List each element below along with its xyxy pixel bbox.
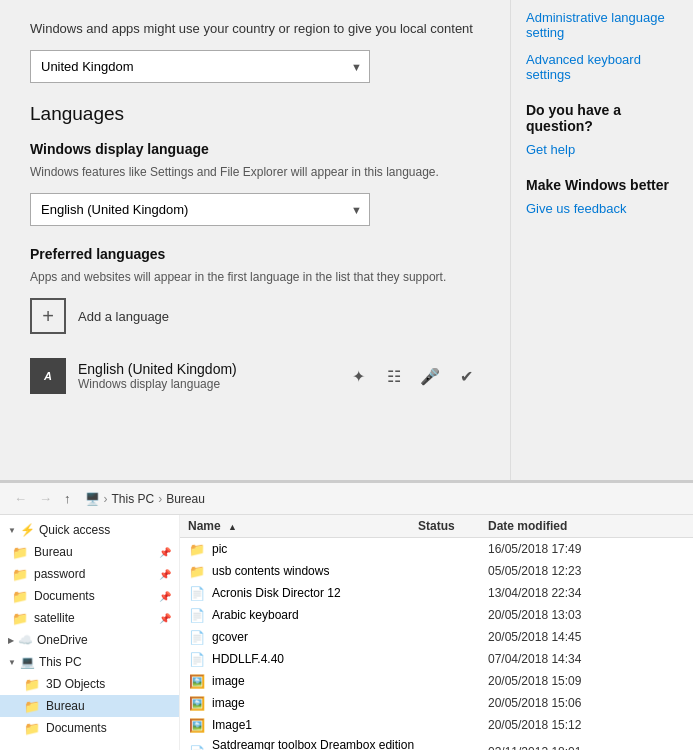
table-row[interactable]: 🖼️ image 20/05/2018 15:09 [180, 670, 693, 692]
display-language-dropdown-container: English (United Kingdom) ▼ [30, 193, 370, 226]
breadcrumb-this-pc[interactable]: This PC [112, 492, 155, 506]
file-type-icon: 📄 [188, 606, 206, 624]
quick-access-group[interactable]: ▼ ⚡ Quick access [0, 519, 179, 541]
column-name[interactable]: Name ▲ [188, 519, 418, 533]
file-name-cell: 📁 pic [188, 540, 418, 558]
file-name-cell: 📄 gcover [188, 628, 418, 646]
country-dropdown[interactable]: United Kingdom [30, 50, 370, 83]
sidebar-label: Documents [34, 589, 95, 603]
language-icon: A [30, 358, 66, 394]
quick-access-arrow: ▼ [8, 526, 16, 535]
onedrive-group[interactable]: ▶ ☁️ OneDrive [0, 629, 179, 651]
sidebar-label: Bureau [34, 545, 73, 559]
sort-indicator: ▲ [228, 522, 237, 532]
file-type-icon: 📄 [188, 650, 206, 668]
sidebar-label: satellite [34, 611, 75, 625]
lang-speech-button[interactable]: 🎤 [416, 362, 444, 390]
sidebar-item-password[interactable]: 📁 password 📌 [0, 563, 179, 585]
table-row[interactable]: 📄 Satdreamgr toolbox Dreambox edition v6… [180, 736, 693, 750]
sidebar-item-satellite[interactable]: 📁 satellite 📌 [0, 607, 179, 629]
file-name-cell: 📄 HDDLLF.4.40 [188, 650, 418, 668]
settings-left: Windows and apps might use your country … [0, 0, 510, 480]
file-date: 20/05/2018 15:12 [488, 718, 685, 732]
file-date: 20/05/2018 14:45 [488, 630, 685, 644]
file-date: 07/04/2018 14:34 [488, 652, 685, 666]
sidebar-item-documents-main[interactable]: 📁 Documents [0, 717, 179, 739]
file-name-cell: 📄 Satdreamgr toolbox Dreambox edition v6 [188, 738, 418, 750]
column-date[interactable]: Date modified [488, 519, 685, 533]
folder-icon: 📁 [12, 588, 28, 604]
display-language-dropdown[interactable]: English (United Kingdom) [30, 193, 370, 226]
this-pc-group[interactable]: ▼ 💻 This PC [0, 651, 179, 673]
preferred-title: Preferred languages [30, 246, 480, 262]
back-button[interactable]: ← [8, 489, 33, 508]
question-title: Do you have a question? [526, 102, 678, 134]
breadcrumb-icon: 🖥️ [85, 492, 100, 506]
lang-keyboard-button[interactable]: ☷ [380, 362, 408, 390]
language-actions: ✦ ☷ 🎤 ✔ [344, 362, 480, 390]
languages-title: Languages [30, 103, 480, 125]
lang-more-button[interactable]: ✔ [452, 362, 480, 390]
file-name: usb contents windows [212, 564, 329, 578]
get-help-link[interactable]: Get help [526, 142, 678, 157]
file-type-icon: 🖼️ [188, 694, 206, 712]
file-name: Image1 [212, 718, 252, 732]
forward-button[interactable]: → [33, 489, 58, 508]
make-better-title: Make Windows better [526, 177, 678, 193]
breadcrumb-bureau: Bureau [166, 492, 205, 506]
file-type-icon: 🖼️ [188, 716, 206, 734]
file-date: 03/11/2013 18:01 [488, 745, 685, 750]
file-name: HDDLLF.4.40 [212, 652, 284, 666]
folder-icon: 📁 [24, 698, 40, 714]
table-row[interactable]: 📄 HDDLLF.4.40 07/04/2018 14:34 [180, 648, 693, 670]
sidebar-label: Documents [46, 721, 107, 735]
sidebar-item-3d[interactable]: 📁 3D Objects [0, 673, 179, 695]
file-type-icon: 🖼️ [188, 672, 206, 690]
folder-icon: 📁 [24, 676, 40, 692]
advanced-keyboard-link[interactable]: Advanced keyboard settings [526, 52, 678, 82]
pin-icon: 📌 [159, 547, 171, 558]
folder-icon: 📁 [24, 720, 40, 736]
sidebar-item-bureau-main[interactable]: 📁 Bureau [0, 695, 179, 717]
add-language-button[interactable]: + [30, 298, 66, 334]
sidebar-item-documents[interactable]: 📁 Documents 📌 [0, 585, 179, 607]
onedrive-icon: ☁️ [18, 633, 33, 647]
column-status[interactable]: Status [418, 519, 488, 533]
onedrive-label: OneDrive [37, 633, 88, 647]
file-type-icon: 📄 [188, 584, 206, 602]
table-row[interactable]: 📄 Acronis Disk Director 12 13/04/2018 22… [180, 582, 693, 604]
pin-icon: 📌 [159, 569, 171, 580]
feedback-link[interactable]: Give us feedback [526, 201, 678, 216]
table-row[interactable]: 📄 Arabic keyboard 20/05/2018 13:03 [180, 604, 693, 626]
this-pc-icon: 💻 [20, 655, 35, 669]
table-row[interactable]: 🖼️ Image1 20/05/2018 15:12 [180, 714, 693, 736]
file-type-icon: 📄 [188, 743, 206, 750]
display-language-title: Windows display language [30, 141, 480, 157]
file-name: pic [212, 542, 227, 556]
file-name: Arabic keyboard [212, 608, 299, 622]
quick-access-label: Quick access [39, 523, 110, 537]
pin-icon: 📌 [159, 613, 171, 624]
table-row[interactable]: 🖼️ image 20/05/2018 15:06 [180, 692, 693, 714]
this-pc-arrow: ▼ [8, 658, 16, 667]
file-name-cell: 📁 usb contents windows [188, 562, 418, 580]
table-row[interactable]: 📁 usb contents windows 05/05/2018 12:23 [180, 560, 693, 582]
file-date: 05/05/2018 12:23 [488, 564, 685, 578]
up-button[interactable]: ↑ [58, 489, 77, 508]
file-name: Satdreamgr toolbox Dreambox edition v6 [212, 738, 418, 750]
language-info: English (United Kingdom) Windows display… [78, 361, 237, 391]
language-name: English (United Kingdom) [78, 361, 237, 377]
admin-language-link[interactable]: Administrative language setting [526, 10, 678, 40]
file-name: Acronis Disk Director 12 [212, 586, 341, 600]
table-row[interactable]: 📄 gcover 20/05/2018 14:45 [180, 626, 693, 648]
table-row[interactable]: 📁 pic 16/05/2018 17:49 [180, 538, 693, 560]
sidebar-label: password [34, 567, 85, 581]
file-type-icon: 📁 [188, 540, 206, 558]
file-list: Name ▲ Status Date modified 📁 pic 16/05/… [180, 515, 693, 750]
file-date: 20/05/2018 13:03 [488, 608, 685, 622]
sidebar-label: 3D Objects [46, 677, 105, 691]
lang-options-button[interactable]: ✦ [344, 362, 372, 390]
sidebar-item-bureau-pinned[interactable]: 📁 Bureau 📌 [0, 541, 179, 563]
folder-icon: 📁 [12, 544, 28, 560]
folder-icon: 📁 [12, 566, 28, 582]
